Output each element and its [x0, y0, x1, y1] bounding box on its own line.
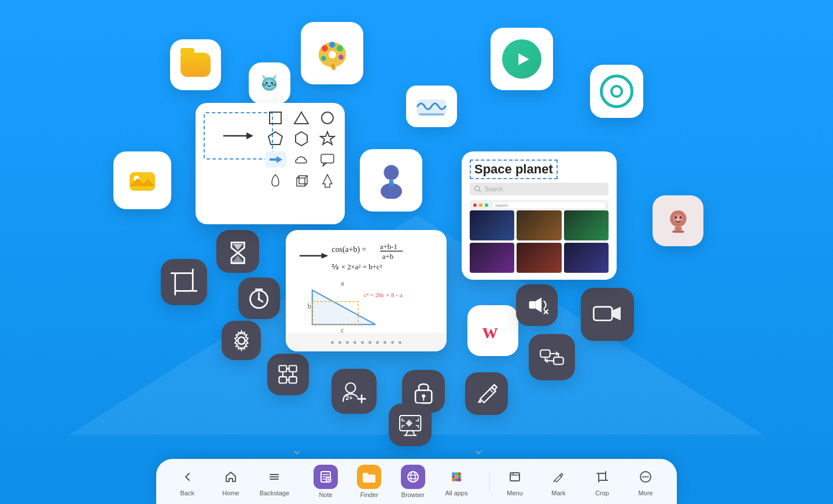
- svg-line-64: [406, 431, 408, 435]
- taskbar-menu[interactable]: Menu: [496, 466, 533, 496]
- taskbar-browser[interactable]: Browser: [395, 465, 432, 498]
- space-card: Space planet Search Search: [462, 151, 617, 280]
- wps-icon[interactable]: w: [467, 305, 518, 356]
- shape-triangle[interactable]: [291, 110, 312, 126]
- svg-point-26: [384, 165, 399, 180]
- screen-icon[interactable]: [389, 403, 432, 446]
- svg-text:cos(a+b) =: cos(a+b) =: [331, 245, 366, 254]
- gallery-icon[interactable]: [113, 151, 171, 209]
- taskbar-mark[interactable]: Mark: [540, 466, 577, 496]
- space-images-grid: [470, 210, 609, 273]
- svg-rect-86: [270, 158, 278, 161]
- svg-point-1: [264, 80, 275, 89]
- svg-rect-88: [321, 154, 334, 163]
- svg-point-56: [345, 383, 355, 392]
- shape-square[interactable]: [265, 110, 286, 126]
- user-icon[interactable]: [360, 149, 422, 212]
- taskbar-home[interactable]: Home: [212, 466, 249, 496]
- svg-line-135: [554, 480, 555, 482]
- taskbar-allapps[interactable]: All apps: [438, 466, 475, 496]
- svg-marker-97: [322, 253, 329, 258]
- svg-point-143: [645, 476, 647, 478]
- svg-point-82: [322, 112, 333, 124]
- hourglass-icon[interactable]: [216, 230, 259, 273]
- svg-rect-49: [289, 366, 297, 372]
- taskbar-backstage[interactable]: Backstage: [256, 466, 293, 496]
- svg-rect-21: [130, 172, 155, 191]
- video-play-icon[interactable]: [491, 28, 553, 90]
- shape-hex[interactable]: [291, 131, 312, 147]
- svg-point-144: [647, 476, 649, 478]
- circle-cam-icon[interactable]: [590, 65, 643, 118]
- svg-point-47: [238, 337, 245, 344]
- taskbar: Back Home Backstage: [156, 459, 677, 504]
- pencil-icon[interactable]: [465, 372, 508, 415]
- svg-rect-132: [510, 473, 519, 481]
- paint-app-icon[interactable]: [301, 22, 363, 84]
- shape-editor-card: [196, 103, 345, 224]
- space-img-6: [564, 243, 609, 273]
- taskbar-crop[interactable]: Crop: [584, 466, 621, 496]
- svg-marker-83: [268, 132, 282, 144]
- space-search-bar[interactable]: Search: [470, 183, 609, 195]
- taskbar-finder[interactable]: Finder: [351, 465, 388, 498]
- webcam-icon[interactable]: [653, 195, 703, 246]
- svg-text:a+b: a+b: [382, 253, 393, 261]
- video-camera-icon[interactable]: [581, 288, 634, 341]
- svg-point-120: [411, 472, 415, 482]
- svg-point-14: [322, 45, 328, 51]
- svg-rect-68: [529, 302, 536, 309]
- shape-teardrop[interactable]: [265, 172, 286, 188]
- wave-icon[interactable]: [406, 86, 457, 127]
- svg-marker-87: [277, 156, 282, 163]
- add-user-icon[interactable]: 2+: [331, 369, 377, 414]
- svg-line-65: [412, 431, 415, 435]
- shape-box3d[interactable]: [291, 172, 312, 188]
- shape-pentagon[interactable]: [265, 131, 286, 147]
- shape-cloud[interactable]: [291, 151, 312, 168]
- svg-rect-74: [554, 357, 563, 365]
- svg-point-35: [679, 216, 681, 218]
- svg-text:c² = 26c × 8 - a: c² = 26c × 8 - a: [364, 291, 403, 298]
- math-toolbar: [286, 333, 447, 351]
- svg-rect-73: [540, 350, 550, 357]
- svg-text:b: b: [308, 302, 311, 310]
- cat-app-icon[interactable]: [249, 62, 290, 104]
- svg-point-142: [643, 476, 644, 478]
- svg-point-46: [258, 298, 260, 301]
- svg-point-15: [329, 41, 336, 47]
- switch-icon[interactable]: [529, 334, 575, 380]
- math-card: cos(a+b) = a+b-1 a+b ⅔ × 2×a² = b+c² b a…: [286, 230, 447, 351]
- clock-icon[interactable]: [238, 277, 280, 319]
- svg-point-119: [408, 472, 418, 482]
- compress-icon[interactable]: [267, 354, 309, 395]
- svg-point-18: [321, 55, 326, 61]
- shape-arrow-selected[interactable]: [265, 151, 286, 168]
- svg-rect-28: [389, 180, 393, 186]
- shape-speech[interactable]: [316, 151, 338, 168]
- svg-marker-89: [323, 163, 326, 166]
- taskbar-more[interactable]: More: [627, 466, 664, 496]
- shape-arrow2[interactable]: [316, 172, 338, 188]
- shape-star[interactable]: [316, 131, 338, 147]
- space-img-3: [564, 210, 609, 240]
- speaker-icon[interactable]: [516, 284, 558, 326]
- shape-circle[interactable]: [316, 110, 338, 126]
- allapps-chevron: [474, 449, 482, 459]
- svg-rect-32: [674, 227, 681, 230]
- taskbar-note[interactable]: Note: [307, 465, 344, 498]
- svg-rect-80: [270, 112, 281, 124]
- files-icon[interactable]: [170, 39, 221, 90]
- settings-icon[interactable]: [222, 321, 261, 360]
- crop-dark-icon[interactable]: [161, 259, 207, 305]
- taskbar-back[interactable]: Back: [169, 466, 206, 496]
- space-card-title: Space planet: [470, 160, 558, 179]
- svg-point-3: [271, 82, 274, 84]
- svg-text:a: a: [341, 279, 344, 287]
- svg-line-77: [489, 388, 493, 392]
- svg-marker-72: [612, 307, 621, 320]
- svg-marker-84: [296, 132, 307, 146]
- svg-line-111: [479, 190, 481, 192]
- svg-marker-79: [246, 132, 253, 139]
- space-img-2: [517, 210, 561, 240]
